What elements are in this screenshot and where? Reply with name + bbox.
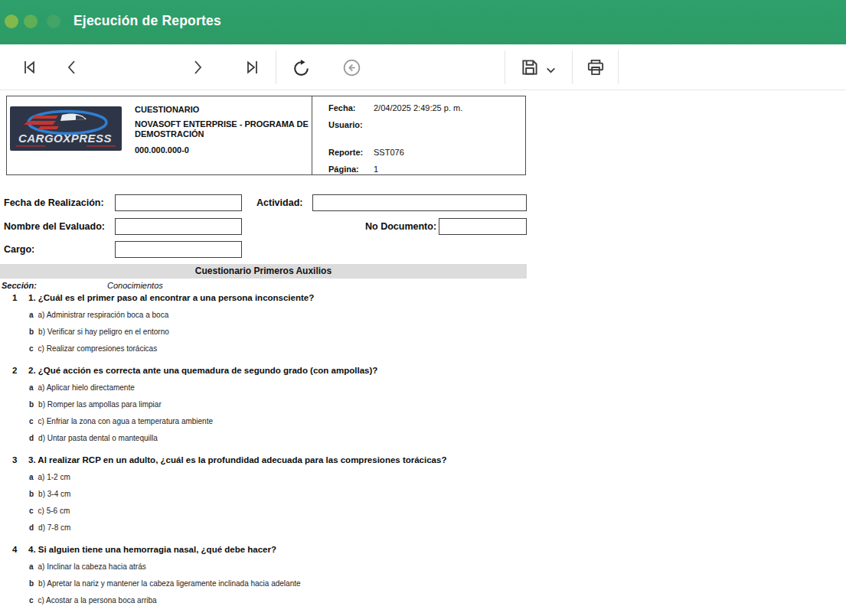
- next-page-button[interactable]: [187, 44, 208, 90]
- usuario-label: Usuario:: [328, 120, 363, 129]
- report-title: CUESTIONARIO: [135, 105, 312, 114]
- option-text: b) Romper las ampollas para limpiar: [38, 400, 162, 409]
- company-name: NOVASOFT ENTERPRISE - PROGRAMA DE DEMOST…: [135, 119, 312, 139]
- option-letter: c: [29, 596, 34, 605]
- cargo-box: [115, 241, 242, 258]
- question-number: 4: [12, 544, 28, 555]
- question-heading: 3 3. Al realizar RCP en un adulto, ¿cuál…: [0, 455, 527, 465]
- question-option: dd) Untar pasta dental o mantequilla: [29, 433, 527, 443]
- option-letter: d: [29, 434, 34, 442]
- option-letter: a: [29, 473, 34, 481]
- question-option: bb) Romper las ampollas para limpiar: [29, 399, 527, 409]
- report-header-table: CARGOXPRESS CUESTIONARIO NOVASOFT ENTERP…: [6, 96, 526, 175]
- option-letter: b: [29, 328, 34, 336]
- header-divider: [312, 96, 312, 174]
- question-number: 2: [12, 365, 28, 376]
- back-arrow-icon: [341, 57, 362, 78]
- option-text: c) Acostar a la persona boca arriba: [38, 596, 157, 605]
- question-option: cc) Realizar compresiones torácicas: [29, 344, 527, 354]
- section-label: Sección:: [2, 281, 37, 290]
- question-options: aa) Inclinar la cabeza hacia atrás bb) A…: [0, 562, 527, 605]
- question-option: bb) Apretar la nariz y mantener la cabez…: [29, 579, 527, 588]
- option-letter: a: [29, 562, 34, 571]
- fecha-realizacion-label: Fecha de Realización:: [4, 197, 104, 208]
- toolbar-separator: [572, 51, 573, 84]
- option-text: a) Administrar respiración boca a boca: [38, 311, 169, 319]
- pagina-value: 1: [374, 165, 378, 174]
- question-option: aa) Aplicar hielo directamente: [29, 383, 527, 393]
- question-option: bb) 3-4 cm: [29, 489, 527, 499]
- nombre-evaluado-label: Nombre del Evaluado:: [4, 221, 105, 232]
- question-option: cc) 5-6 cm: [29, 506, 527, 516]
- option-letter: d: [29, 523, 34, 532]
- option-text: c) 5-6 cm: [38, 507, 70, 515]
- titlebar: Ejecución de Reportes: [0, 0, 846, 44]
- report-viewer-window: Ejecución de Reportes de 0: [0, 0, 846, 616]
- question-options: aa) Aplicar hielo directamente bb) Rompe…: [0, 383, 527, 443]
- question-number: 3: [12, 455, 28, 465]
- printer-icon: [585, 57, 606, 78]
- option-letter: c: [29, 417, 34, 425]
- previous-page-button[interactable]: [61, 44, 83, 90]
- toolbar-separator: [618, 51, 619, 84]
- question-number: 1: [12, 292, 28, 303]
- no-documento-label: No Documento:: [365, 221, 436, 232]
- print-button[interactable]: [583, 44, 609, 90]
- questions-list: 1 1. ¿Cuál es el primer paso al encontra…: [0, 292, 527, 616]
- question-option: dd) 7-8 cm: [29, 523, 527, 533]
- window-maximize-button[interactable]: [47, 15, 60, 28]
- last-page-icon: [243, 57, 263, 77]
- actividad-label: Actividad:: [256, 197, 302, 208]
- export-save-button[interactable]: [516, 44, 559, 90]
- option-letter: a: [29, 311, 34, 319]
- fecha-realizacion-box: [115, 194, 242, 211]
- save-floppy-icon: [519, 57, 541, 78]
- option-letter: c: [29, 507, 34, 515]
- question: 2 2. ¿Qué acción es correcta ante una qu…: [0, 365, 527, 443]
- option-text: a) Inclinar la cabeza hacia atrás: [38, 562, 146, 571]
- cargoxpress-logo: CARGOXPRESS: [10, 106, 122, 151]
- window-title: Ejecución de Reportes: [73, 13, 221, 29]
- question-text: 4. Si alguien tiene una hemorragia nasal…: [28, 544, 276, 555]
- question-text: 2. ¿Qué acción es correcta ante una quem…: [28, 365, 377, 376]
- question: 4 4. Si alguien tiene una hemorragia nas…: [0, 544, 527, 605]
- question-heading: 2 2. ¿Qué acción es correcta ante una qu…: [0, 365, 527, 376]
- option-text: c) Realizar compresiones torácicas: [38, 344, 158, 353]
- logo-text: CARGOXPRESS: [18, 132, 112, 145]
- window-minimize-button[interactable]: [24, 15, 38, 28]
- option-text: b) Verificar si hay peligro en el entorn…: [38, 328, 169, 336]
- previous-page-icon: [62, 57, 82, 77]
- question-options: aa) Administrar respiración boca a boca …: [0, 310, 527, 354]
- refresh-button[interactable]: [289, 44, 313, 90]
- toolbar-separator: [276, 51, 276, 84]
- question-text: 3. Al realizar RCP en un adulto, ¿cuál e…: [28, 455, 446, 465]
- option-text: d) Untar pasta dental o mantequilla: [38, 434, 158, 442]
- option-text: a) 1-2 cm: [38, 473, 70, 481]
- report-header-center: CUESTIONARIO NOVASOFT ENTERPRISE - PROGR…: [135, 105, 312, 155]
- report-toolbar: de 0 75%: [0, 44, 846, 90]
- company-nit: 000.000.000-0: [135, 145, 312, 155]
- toolbar-separator: [505, 51, 505, 84]
- reporte-label: Reporte:: [328, 148, 363, 157]
- option-text: b) 3-4 cm: [38, 490, 70, 498]
- questionnaire-title-band: Cuestionario Primeros Auxilios: [0, 264, 527, 279]
- back-to-parent-report-button[interactable]: [339, 44, 364, 90]
- fecha-value: 2/04/2025 2:49:25 p. m.: [374, 103, 462, 112]
- window-close-button[interactable]: [5, 15, 18, 28]
- question-option: cc) Enfriar la zona con agua a temperatu…: [29, 416, 527, 426]
- question-option: cc) Acostar a la persona boca arriba: [29, 595, 527, 605]
- question-option: aa) 1-2 cm: [29, 472, 527, 482]
- section-value: Conocimientos: [107, 281, 163, 290]
- option-letter: b: [29, 400, 34, 409]
- fecha-label: Fecha:: [328, 103, 355, 112]
- question-option: aa) Administrar respiración boca a boca: [29, 310, 527, 320]
- report-page: CARGOXPRESS CUESTIONARIO NOVASOFT ENTERP…: [0, 91, 846, 616]
- nombre-evaluado-box: [115, 218, 242, 235]
- question: 1 1. ¿Cuál es el primer paso al encontra…: [0, 292, 527, 354]
- question-heading: 4 4. Si alguien tiene una hemorragia nas…: [0, 544, 527, 555]
- option-letter: b: [29, 490, 34, 498]
- last-page-button[interactable]: [240, 44, 265, 90]
- first-page-button[interactable]: [17, 44, 41, 90]
- reporte-value: SST076: [374, 148, 404, 157]
- first-page-icon: [19, 57, 39, 77]
